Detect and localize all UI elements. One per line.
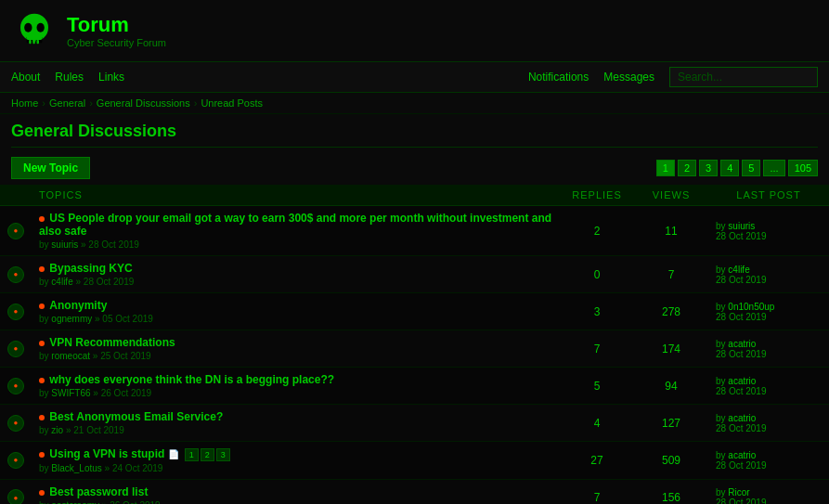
svg-rect-7 [32, 40, 35, 44]
replies-count: 3 [560, 293, 634, 330]
page-btn-...[interactable]: ... [763, 160, 784, 176]
topic-title-cell: Using a VPN is stupid 📄123 by Black_Lotu… [32, 442, 560, 480]
nav-messages[interactable]: Messages [603, 71, 654, 84]
last-post-author[interactable]: acatrio [728, 339, 756, 349]
last-post-author[interactable]: Ricor [728, 487, 749, 498]
nav-about[interactable]: About [11, 71, 40, 84]
hot-dot [39, 341, 45, 346]
last-post-date: 28 Oct 2019 [716, 386, 766, 396]
views-count: 156 [634, 479, 708, 504]
topic-author[interactable]: c4life [51, 277, 72, 287]
topic-title-link[interactable]: Bypassing KYC [49, 262, 132, 275]
topic-title-cell: VPN Recommendations by romeocat » 25 Oct… [32, 330, 560, 368]
breadcrumb-home[interactable]: Home [11, 97, 38, 109]
nav-notifications[interactable]: Notifications [528, 71, 589, 84]
topic-title-link[interactable]: Best Anonymous Email Service? [49, 410, 223, 423]
replies-count: 7 [560, 330, 634, 368]
last-post-author[interactable]: acatrio [728, 450, 756, 460]
navbar: About Rules Links Notifications Messages [0, 62, 829, 93]
sub-page-btn[interactable]: 2 [201, 448, 214, 461]
topic-meta: by ognemmy » 05 Oct 2019 [39, 314, 552, 324]
topic-icon-cell: ● [0, 479, 32, 504]
topic-title-cell: US People drop your email got a way to e… [32, 206, 560, 256]
views-count: 7 [634, 256, 708, 293]
page-btn-4[interactable]: 4 [720, 160, 739, 176]
topic-icon-cell: ● [0, 293, 32, 330]
nav-rules[interactable]: Rules [55, 71, 84, 84]
nav-links[interactable]: Links [98, 71, 124, 84]
sub-page-btn[interactable]: 1 [185, 448, 199, 461]
topic-title-link[interactable]: US People drop your email got a way to e… [39, 212, 551, 238]
topic-author[interactable]: SWIFT66 [51, 388, 90, 398]
hot-dot [39, 490, 45, 496]
page-btn-105[interactable]: 105 [788, 160, 818, 176]
last-post-author[interactable]: acatrio [728, 376, 756, 386]
topic-author[interactable]: suiuris [51, 239, 78, 250]
last-post-date: 28 Oct 2019 [716, 498, 766, 504]
sub-page-btn[interactable]: 3 [216, 448, 230, 461]
site-subtitle: Cyber Security Forum [67, 37, 166, 48]
col-topics: TOPICS [32, 185, 560, 206]
topic-title-link[interactable]: Using a VPN is stupid [49, 447, 164, 460]
last-post-cell: by acatrio28 Oct 2019 [708, 442, 829, 480]
last-post-author[interactable]: suiuris [728, 221, 755, 231]
topic-author[interactable]: Black_Lotus [51, 463, 101, 473]
topic-meta: by SWIFT66 » 26 Oct 2019 [39, 388, 552, 398]
table-row: ● Best Anonymous Email Service? by zio »… [0, 405, 829, 442]
last-post-author[interactable]: 0n10n50up [728, 302, 774, 312]
views-count: 509 [634, 442, 708, 480]
last-post-cell: by acatrio28 Oct 2019 [708, 368, 829, 405]
table-row: ● Using a VPN is stupid 📄123 by Black_Lo… [0, 442, 829, 480]
topic-meta: by romeocat » 25 Oct 2019 [39, 351, 552, 361]
new-topic-button[interactable]: New Topic [11, 157, 90, 179]
page-title: General Discussions [11, 122, 818, 148]
last-post-cell: by 0n10n50up28 Oct 2019 [708, 293, 829, 330]
last-post-author[interactable]: acatrio [728, 413, 756, 423]
breadcrumb-sep-1: › [42, 97, 45, 109]
topic-title-link[interactable]: VPN Recommendations [49, 336, 175, 349]
svg-rect-6 [29, 40, 31, 44]
table-row: ● why does everyone think the DN is a be… [0, 368, 829, 405]
topic-author[interactable]: ognemmy [51, 314, 92, 324]
views-count: 94 [634, 368, 708, 405]
svg-point-1 [24, 23, 32, 32]
breadcrumb-general-discussions[interactable]: General Discussions [97, 97, 190, 109]
topic-icon-cell: ● [0, 256, 32, 293]
hot-dot [39, 415, 45, 420]
page-btn-2[interactable]: 2 [678, 160, 696, 176]
pagination-top: 12345...105 [656, 160, 818, 176]
topic-meta: by zio » 21 Oct 2019 [39, 425, 552, 435]
logo-container: Torum Cyber Security Forum [11, 7, 166, 54]
search-input[interactable] [669, 67, 818, 87]
breadcrumb-unread-posts[interactable]: Unread Posts [201, 97, 263, 109]
topic-title-link[interactable]: Anonymity [49, 299, 107, 312]
sub-pages: 123 [185, 448, 230, 461]
hot-dot [39, 452, 45, 458]
replies-count: 2 [560, 206, 634, 256]
topic-author[interactable]: eastcreamy [51, 500, 99, 504]
topic-title-cell: Bypassing KYC by c4life » 28 Oct 2019 [32, 256, 560, 293]
topic-meta: by eastcreamy » 26 Oct 2019 [39, 500, 552, 504]
topic-author[interactable]: romeocat [51, 351, 90, 361]
topic-title-link[interactable]: Best password list [49, 485, 148, 498]
page-btn-1[interactable]: 1 [656, 160, 675, 176]
breadcrumb-general[interactable]: General [49, 97, 85, 109]
topic-author[interactable]: zio [51, 425, 63, 435]
skull-icon [11, 7, 58, 54]
views-count: 127 [634, 405, 708, 442]
views-count: 11 [634, 206, 708, 256]
page-btn-3[interactable]: 3 [699, 160, 718, 176]
svg-point-2 [37, 23, 45, 32]
replies-count: 27 [560, 442, 634, 480]
nav-right: Notifications Messages [528, 67, 818, 87]
page-heading: General Discussions [0, 114, 829, 151]
hot-dot [39, 378, 45, 383]
hot-dot [39, 216, 45, 222]
views-count: 174 [634, 330, 708, 368]
last-post-author[interactable]: c4life [728, 265, 749, 275]
topic-title-link[interactable]: why does everyone think the DN is a begg… [49, 373, 334, 386]
page-btn-5[interactable]: 5 [742, 160, 760, 176]
hot-dot [39, 266, 45, 272]
topic-icon-cell: ● [0, 405, 32, 442]
breadcrumb-sep-2: › [89, 97, 93, 109]
